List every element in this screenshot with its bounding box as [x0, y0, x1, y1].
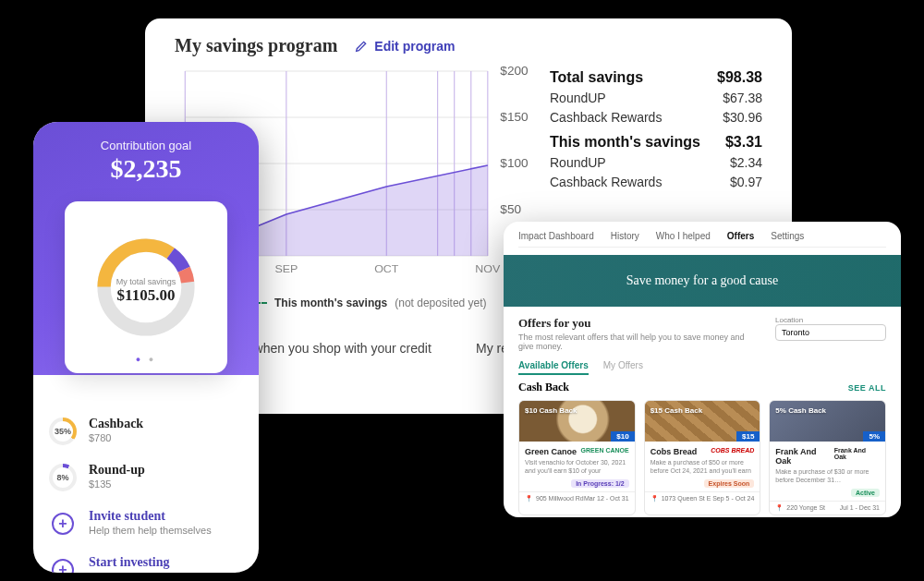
nav-tab-who-i-helped[interactable]: Who I helped: [656, 231, 711, 241]
svg-text:SEP: SEP: [274, 263, 298, 274]
pin-icon: 📍: [650, 495, 659, 502]
pencil-icon: [354, 39, 369, 54]
see-all-link[interactable]: SEE ALL: [848, 383, 886, 393]
nav-tab-history[interactable]: History: [611, 231, 639, 241]
pin-icon: 📍: [775, 504, 784, 511]
contribution-mobile-card: Contribution goal $2,235 My total saving…: [33, 122, 259, 573]
offers-subheading: The most relevant offers that will help …: [518, 333, 757, 351]
roundup-item[interactable]: 8% Round-up$135: [48, 454, 244, 501]
svg-text:$50: $50: [500, 203, 521, 216]
svg-text:$200: $200: [500, 65, 528, 78]
cashback-section-title: Cash Back: [518, 381, 569, 394]
invite-student-item[interactable]: + Invite studentHelp them help themselve…: [48, 501, 244, 547]
nav-tab-impact-dashboard[interactable]: Impact Dashboard: [518, 231, 594, 241]
goal-label: Contribution goal: [33, 139, 259, 152]
location-input[interactable]: [775, 324, 886, 341]
pager-dots[interactable]: ● ●: [65, 355, 227, 364]
nav-tab-offers[interactable]: Offers: [727, 231, 754, 241]
goal-amount: $2,235: [33, 154, 259, 184]
my-offers-tab[interactable]: My Offers: [603, 360, 643, 375]
pin-icon: 📍: [525, 495, 533, 502]
svg-text:$150: $150: [500, 111, 528, 124]
cashback-ring-icon: 35%: [49, 418, 77, 445]
offers-heading: Offers for you: [518, 316, 757, 331]
plus-icon: +: [52, 559, 74, 573]
offer-card[interactable]: $15 Cash Back$15Cobs BreadCOBS BREADMake…: [644, 400, 761, 515]
offer-card[interactable]: 5% Cash Back5%Frank And OakFrank And Oak…: [769, 400, 886, 515]
available-offers-tab[interactable]: Available Offers: [518, 360, 589, 375]
plus-icon: +: [52, 513, 74, 535]
roundup-ring-icon: 8%: [49, 464, 77, 491]
edit-program-button[interactable]: Edit program: [354, 39, 455, 54]
offers-hero-banner: Save money for a good cause: [504, 255, 901, 307]
savings-title: My savings program: [175, 35, 337, 56]
cashback-item[interactable]: 35% Cashback$780: [48, 408, 244, 454]
offers-nav-tabs: Impact DashboardHistoryWho I helpedOffer…: [518, 231, 886, 248]
location-label: Location: [775, 316, 886, 324]
total-savings-card: My total savings $1105.00 ● ●: [65, 201, 227, 373]
svg-text:$100: $100: [500, 157, 528, 170]
offers-panel: Impact DashboardHistoryWho I helpedOffer…: [504, 222, 901, 517]
svg-text:OCT: OCT: [374, 263, 398, 274]
svg-text:NOV: NOV: [475, 263, 500, 274]
offer-card[interactable]: $10 Cash Back$10Green CanoeGREEN CANOEVi…: [518, 400, 636, 515]
start-investing-item[interactable]: + Start investingUnlock investments once…: [48, 547, 244, 573]
nav-tab-settings[interactable]: Settings: [771, 231, 804, 241]
